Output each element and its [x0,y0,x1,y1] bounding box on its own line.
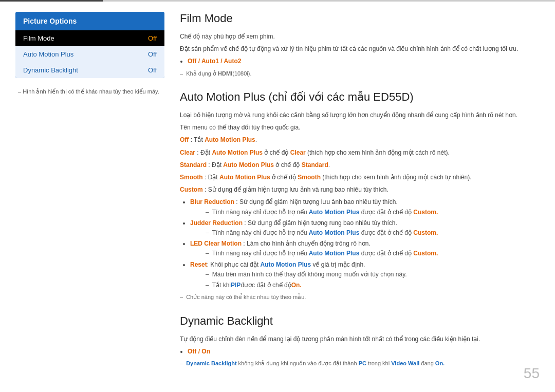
amp-reset-sub1: Màu trên màn hình có thể thay đổi không … [206,270,534,279]
dynamic-backlight-section: Dynamic Backlight Tự động điều chỉnh đèn… [180,314,534,368]
sidebar-dynamic-backlight-label: Dynamic Backlight [23,66,78,74]
sidebar-auto-motion-value: Off [148,50,157,58]
auto-motion-plus-desc1: Loại bỏ hiện tượng mờ và rung khỏi các c… [180,110,534,120]
film-mode-desc1: Chế độ này phù hợp để xem phim. [180,32,534,42]
film-mode-options-text: Off / Auto1 / Auto2 [188,58,241,65]
amp-blur-reduction: Blur Reduction : Sử dụng để giảm hiện tư… [190,197,534,217]
picture-options-menu: Picture Options Film Mode Off Auto Motio… [15,12,164,78]
amp-blur-sub: Tính năng này chỉ được hỗ trợ nếu Auto M… [206,208,534,217]
amp-standard-line: Standard : Đặt Auto Motion Plus ở chế độ… [180,160,534,170]
film-mode-desc2: Đặt sản phẩm về chế độ tự động và xử lý … [180,44,534,54]
dynamic-backlight-options-list: Off / On [188,347,534,357]
sidebar-note: – Hình ảnh hiển thị có thể khác nhau tùy… [15,88,164,95]
film-mode-options-list: Off / Auto1 / Auto2 [188,57,534,66]
amp-reset: Reset: Khôi phục cài đặt Auto Motion Plu… [190,260,534,291]
dynamic-backlight-note: Dynamic Backlight không khả dụng khi ngu… [180,359,534,368]
amp-custom-line: Custom : Sử dụng để giảm hiện tượng lưu … [180,185,534,195]
sidebar-item-auto-motion-plus[interactable]: Auto Motion Plus Off [15,46,164,62]
sidebar-film-mode-label: Film Mode [23,34,54,42]
sidebar-auto-motion-label: Auto Motion Plus [23,50,73,58]
dynamic-backlight-options: Off / On [188,347,534,357]
main-content: Film Mode Chế độ này phù hợp để xem phim… [180,12,540,382]
amp-led-sub: Tính năng này chỉ được hỗ trợ nếu Auto M… [206,249,534,258]
amp-reset-sub2: Tắt khi PIP được đặt ở chế độ On. [206,281,534,290]
sidebar-title: Picture Options [15,12,164,30]
sidebar-item-dynamic-backlight[interactable]: Dynamic Backlight Off [15,62,164,78]
auto-motion-plus-desc2: Tên menu có thể thay đổi tùy theo quốc g… [180,123,534,133]
amp-smooth-line: Smooth : Đặt Auto Motion Plus ở chế độ S… [180,173,534,182]
amp-footer-note: Chức năng này có thể khác nhau tùy theo … [180,293,534,302]
dynamic-backlight-desc: Tự động điều chỉnh đèn nền để mang lại đ… [180,334,534,344]
amp-led-clear-motion: LED Clear Motion : Làm cho hình ảnh chuy… [190,239,534,258]
sidebar: Picture Options Film Mode Off Auto Motio… [15,12,164,382]
film-mode-options: Off / Auto1 / Auto2 [188,57,534,66]
sidebar-film-mode-value: Off [148,34,157,42]
dynamic-backlight-options-text: Off / On [188,348,210,355]
film-mode-note: Khả dụng ở HDMI(1080i). [180,69,534,78]
amp-custom-options: Blur Reduction : Sử dụng để giảm hiện tư… [182,197,534,290]
auto-motion-plus-title: Auto Motion Plus (chỉ đối với các mẫu ED… [180,90,534,106]
film-mode-title: Film Mode [180,12,534,28]
sidebar-dynamic-backlight-value: Off [148,66,157,74]
amp-judder-sub: Tính năng này chỉ được hỗ trợ nếu Auto M… [206,228,534,238]
amp-off-line: Off : Tắt Auto Motion Plus. [180,135,534,145]
amp-clear-line: Clear : Đặt Auto Motion Plus ở chế độ Cl… [180,148,534,158]
film-mode-section: Film Mode Chế độ này phù hợp để xem phim… [180,12,534,78]
dynamic-backlight-title: Dynamic Backlight [180,314,534,330]
sidebar-item-film-mode[interactable]: Film Mode Off [15,30,164,46]
amp-judder-reduction: Judder Reduction : Sử dụng để giảm hiện … [190,218,534,238]
page-number: 55 [524,365,540,382]
auto-motion-plus-section: Auto Motion Plus (chỉ đối với các mẫu ED… [180,90,534,302]
